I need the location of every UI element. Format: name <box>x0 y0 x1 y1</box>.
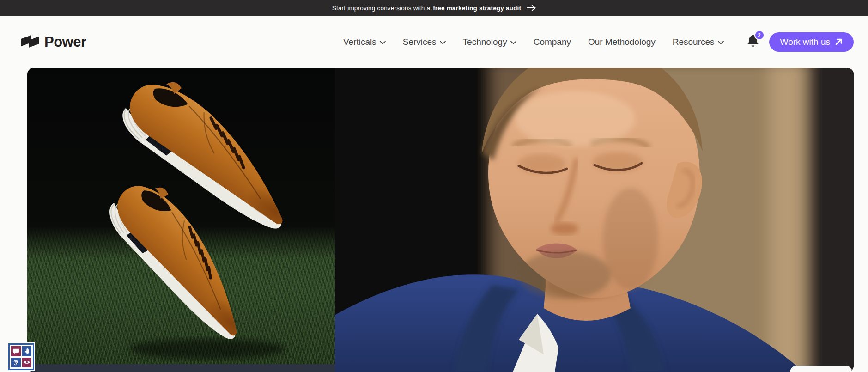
power-logo[interactable]: Power <box>20 32 86 52</box>
chevron-down-icon <box>440 41 446 44</box>
eye-icon <box>22 358 32 368</box>
next-section-strip <box>27 364 335 372</box>
hero-image-shoes <box>27 68 335 364</box>
ear-icon <box>11 358 21 368</box>
site-header: Power Verticals Services Technology Comp… <box>0 16 868 68</box>
main-nav: Verticals Services Technology Company Ou… <box>343 37 724 47</box>
nav-our-methodology[interactable]: Our Methodology <box>588 37 656 47</box>
chevron-down-icon <box>380 41 386 44</box>
hand-icon <box>22 346 32 356</box>
nav-company[interactable]: Company <box>534 37 571 47</box>
work-with-us-button[interactable]: Work with us <box>769 32 854 52</box>
nav-resources[interactable]: Resources <box>673 37 724 47</box>
logo-wordmark: Power <box>44 34 86 50</box>
notifications-bell[interactable]: 2 <box>747 34 761 50</box>
spokesperson-illustration <box>335 68 854 372</box>
arrow-up-right-icon <box>835 38 843 46</box>
promo-text: Start improving conversions with a <box>332 5 430 12</box>
floating-shoes-illustration <box>27 68 335 364</box>
chevron-down-icon <box>718 41 724 44</box>
power-logo-mark-icon <box>20 32 40 52</box>
hero-left-column <box>27 68 335 372</box>
chevron-down-icon <box>510 41 516 44</box>
nav-technology[interactable]: Technology <box>463 37 516 47</box>
hero-section <box>27 68 854 372</box>
promo-banner[interactable]: Start improving conversions with a free … <box>0 0 868 16</box>
accessibility-widget[interactable] <box>8 343 34 370</box>
video-widget-peek[interactable] <box>790 366 852 372</box>
notification-badge: 2 <box>754 30 765 40</box>
promo-text-bold: free marketing strategy audit <box>433 5 521 12</box>
speech-bubble-icon <box>11 346 21 356</box>
nav-services[interactable]: Services <box>403 37 446 47</box>
arrow-right-icon <box>527 5 536 11</box>
nav-verticals[interactable]: Verticals <box>343 37 386 47</box>
hero-image-spokesperson <box>335 68 854 372</box>
